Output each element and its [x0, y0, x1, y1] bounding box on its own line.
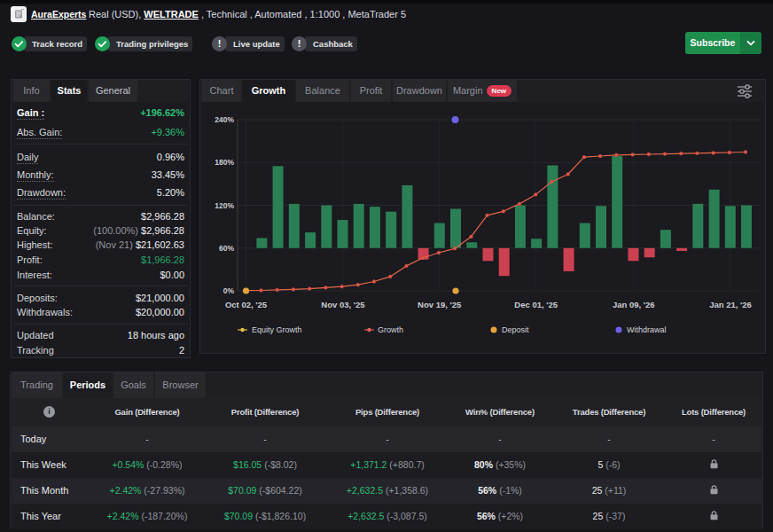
svg-text:Growth: Growth — [378, 325, 403, 334]
svg-text:180%: 180% — [215, 158, 234, 167]
svg-text:Withdrawal: Withdrawal — [627, 325, 667, 334]
svg-text:240%: 240% — [215, 115, 234, 124]
svg-text:Deposit: Deposit — [502, 325, 529, 334]
svg-text:Equity Growth: Equity Growth — [252, 325, 302, 334]
svg-text:120%: 120% — [215, 201, 234, 210]
svg-text:Jan 21, '26: Jan 21, '26 — [709, 300, 752, 309]
svg-text:Oct 02, '25: Oct 02, '25 — [225, 300, 268, 309]
svg-text:60%: 60% — [219, 244, 234, 253]
svg-text:Nov 19, '25: Nov 19, '25 — [418, 300, 462, 309]
svg-text:Nov 03, '25: Nov 03, '25 — [321, 300, 365, 309]
svg-text:0%: 0% — [223, 286, 235, 295]
svg-text:Dec 01, '25: Dec 01, '25 — [514, 300, 558, 309]
svg-text:Jan 09, '26: Jan 09, '26 — [613, 300, 655, 309]
